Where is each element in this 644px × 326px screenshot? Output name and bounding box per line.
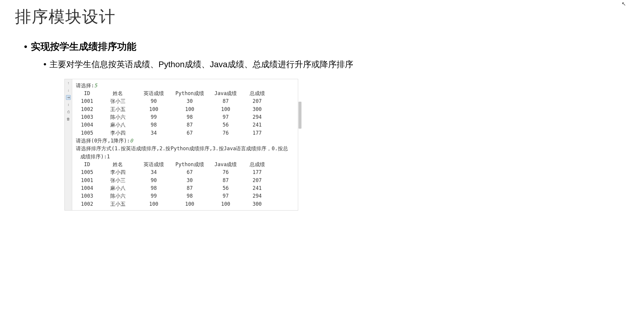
cell-py: 98 <box>170 113 209 121</box>
prompt-continuation: 成绩排序):1 <box>76 153 294 160</box>
cell-java: 100 <box>209 105 242 113</box>
prompt-line: 请选择排序方式(1.按英语成绩排序,2.按Python成绩排序,3.按Java语… <box>76 145 294 152</box>
col-header-eng: 英语成绩 <box>137 89 170 97</box>
cell-id: 1004 <box>76 184 98 192</box>
cell-java: 87 <box>209 176 242 184</box>
cell-py: 100 <box>170 105 209 113</box>
cell-name: 李小四 <box>98 168 137 176</box>
cell-id: 1001 <box>76 97 98 105</box>
cell-java: 97 <box>209 113 242 121</box>
trash-icon[interactable]: 🗑 <box>66 117 71 121</box>
bullet-main-text: 实现按学生成绩排序功能 <box>31 40 136 53</box>
cell-name: 陈小六 <box>98 113 137 121</box>
table-row: 1003陈小六999897294 <box>76 192 294 200</box>
table-header: ID 姓名 英语成绩 Python成绩 Java成绩 总成绩 <box>76 89 294 97</box>
prompt-label: 成绩排序): <box>80 154 107 160</box>
cell-id: 1001 <box>76 176 98 184</box>
prompt-label: 请选择: <box>76 82 94 88</box>
col-header-py: Python成绩 <box>170 89 209 97</box>
cell-name: 王小五 <box>98 105 137 113</box>
col-header-total: 总成绩 <box>242 89 272 97</box>
cell-py: 87 <box>170 121 209 129</box>
cell-id: 1003 <box>76 113 98 121</box>
bullet-sub-text: 主要对学生信息按英语成绩、Python成绩、Java成绩、总成绩进行升序或降序排… <box>49 58 353 71</box>
prompt-line: 请选择:5 <box>76 82 294 89</box>
cell-eng: 90 <box>137 176 170 184</box>
table-row: 1002王小五100100100300 <box>76 200 294 208</box>
bullet-main: • 实现按学生成绩排序功能 <box>24 40 629 53</box>
cell-total: 177 <box>242 129 272 137</box>
cell-total: 241 <box>242 121 272 129</box>
cell-name: 王小五 <box>98 200 137 208</box>
cell-eng: 34 <box>137 168 170 176</box>
cell-java: 56 <box>209 184 242 192</box>
cell-id: 1004 <box>76 121 98 129</box>
cell-total: 207 <box>242 97 272 105</box>
cell-total: 300 <box>242 200 272 208</box>
table-row: 1005李小四346776177 <box>76 168 294 176</box>
user-input: 0 <box>130 138 133 144</box>
cell-eng: 90 <box>137 97 170 105</box>
cell-id: 1005 <box>76 129 98 137</box>
cell-eng: 99 <box>137 113 170 121</box>
cell-eng: 100 <box>137 105 170 113</box>
table-row: 1001张小三903087207 <box>76 97 294 105</box>
cell-eng: 98 <box>137 121 170 129</box>
wrap-icon[interactable]: ⇥ <box>66 95 71 100</box>
bullet-sub: • 主要对学生信息按英语成绩、Python成绩、Java成绩、总成绩进行升序或降… <box>43 58 439 71</box>
cell-py: 98 <box>170 192 209 200</box>
table-row: 1005李小四346776177 <box>76 129 294 137</box>
cell-id: 1002 <box>76 200 98 208</box>
prompt-line: 请选择(0升序,1降序):0 <box>76 137 294 145</box>
table-row: 1003陈小六999897294 <box>76 113 294 121</box>
table-row: 1004麻小八988756241 <box>76 121 294 129</box>
arrow-down-icon[interactable]: ↓ <box>66 88 71 93</box>
cell-id: 1003 <box>76 192 98 200</box>
cell-name: 麻小八 <box>98 184 137 192</box>
table-row: 1004麻小八988756241 <box>76 184 294 192</box>
console-toolbar: ↑ ↓ ⇥ ↕ ⎙ 🗑 <box>65 79 72 211</box>
scrollbar-thumb[interactable] <box>298 102 301 129</box>
col-header-total: 总成绩 <box>242 160 272 168</box>
prompt-label: 请选择(0升序,1降序): <box>76 138 130 144</box>
col-header-name: 姓名 <box>98 89 137 97</box>
cell-py: 100 <box>170 200 209 208</box>
cell-java: 87 <box>209 97 242 105</box>
arrow-up-icon[interactable]: ↑ <box>66 81 71 85</box>
col-header-java: Java成绩 <box>209 160 242 168</box>
cursor-icon: ↖ <box>622 1 626 7</box>
cell-name: 麻小八 <box>98 121 137 129</box>
cell-py: 30 <box>170 176 209 184</box>
console-output: 请选择:5 ID 姓名 英语成绩 Python成绩 Java成绩 总成绩 100… <box>72 79 298 211</box>
cell-total: 177 <box>242 168 272 176</box>
cell-name: 张小三 <box>98 176 137 184</box>
cell-id: 1005 <box>76 168 98 176</box>
cell-py: 30 <box>170 97 209 105</box>
cell-eng: 98 <box>137 184 170 192</box>
cell-java: 76 <box>209 129 242 137</box>
col-header-id: ID <box>76 160 98 168</box>
col-header-py: Python成绩 <box>170 160 209 168</box>
table-row: 1002王小五100100100300 <box>76 105 294 113</box>
prompt-label: 请选择排序方式(1.按英语成绩排序,2.按Python成绩排序,3.按Java语… <box>76 145 288 151</box>
user-input: 1 <box>107 154 110 160</box>
cell-name: 张小三 <box>98 97 137 105</box>
print-icon[interactable]: ⎙ <box>66 109 71 114</box>
cell-total: 294 <box>242 113 272 121</box>
cell-eng: 34 <box>137 129 170 137</box>
col-header-id: ID <box>76 89 98 97</box>
slide-title: 排序模块设计 <box>15 6 629 28</box>
col-header-name: 姓名 <box>98 160 137 168</box>
table-row: 1001张小三903087207 <box>76 176 294 184</box>
col-header-eng: 英语成绩 <box>137 160 170 168</box>
cell-total: 207 <box>242 176 272 184</box>
bullet-dot: • <box>43 58 46 70</box>
cell-py: 87 <box>170 184 209 192</box>
col-header-java: Java成绩 <box>209 89 242 97</box>
cell-java: 76 <box>209 168 242 176</box>
cell-py: 67 <box>170 168 209 176</box>
scroll-icon[interactable]: ↕ <box>66 102 71 107</box>
cell-java: 56 <box>209 121 242 129</box>
cell-total: 294 <box>242 192 272 200</box>
cell-java: 100 <box>209 200 242 208</box>
